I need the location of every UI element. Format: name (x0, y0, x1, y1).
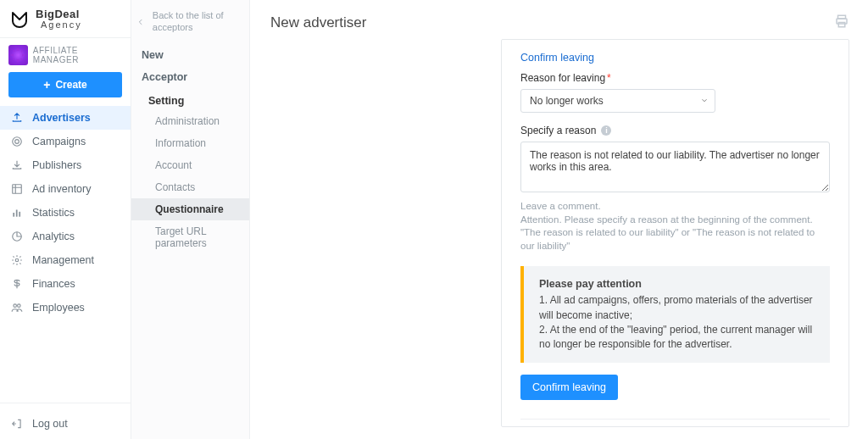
back-link[interactable]: Back to the list of acceptors (131, 10, 249, 44)
callout-line-2: 2. At the end of the "leaving" period, t… (539, 323, 818, 353)
subnav-item-administration[interactable]: Administration (148, 110, 249, 132)
svg-marker-0 (17, 47, 20, 52)
svg-point-17 (18, 304, 20, 308)
svg-rect-13 (19, 212, 20, 217)
subnav-item-account[interactable]: Account (148, 154, 249, 176)
nav-item-publishers[interactable]: Publishers (0, 153, 131, 177)
nav-item-finances[interactable]: Finances (0, 272, 131, 296)
subnav-setting-title: Setting (131, 88, 249, 108)
svg-point-15 (15, 258, 19, 262)
nav-label: Log out (32, 418, 68, 430)
nav-label: Statistics (32, 207, 75, 219)
nav-label: Analytics (32, 231, 75, 242)
nav-label: Advertisers (32, 112, 91, 124)
brand-line1: BigDeal (36, 8, 82, 20)
role-row: AFFILIATE MANAGER (0, 45, 131, 72)
subnav-group-acceptor: Acceptor (131, 66, 249, 88)
people-icon (10, 301, 24, 314)
target-url-section-toggle[interactable]: Target URL parameters (520, 419, 830, 427)
reason-label: Reason for leaving* (520, 72, 830, 84)
callout-line-1: 1. All ad campaigns, offers, promo mater… (539, 293, 818, 323)
back-label: Back to the list of acceptors (153, 10, 241, 34)
svg-point-9 (15, 140, 19, 144)
create-button[interactable]: + Create (8, 72, 122, 97)
svg-rect-10 (13, 185, 22, 194)
reason-textarea[interactable] (520, 142, 830, 192)
nav-label: Ad inventory (32, 183, 91, 195)
pie-icon (10, 230, 24, 243)
nav-label: Campaigns (32, 136, 86, 147)
grid-icon (10, 182, 24, 196)
nav-label: Publishers (32, 159, 81, 171)
subnav-item-contacts[interactable]: Contacts (148, 176, 249, 198)
svg-rect-12 (16, 210, 18, 217)
nav-item-ad-inventory[interactable]: Ad inventory (0, 177, 131, 201)
download-icon (10, 158, 24, 172)
main: New advertiser Confirm leaving Reason fo… (250, 0, 868, 439)
confirm-leaving-button[interactable]: Confirm leaving (520, 375, 618, 400)
svg-marker-1 (22, 53, 26, 57)
nav-item-logout[interactable]: Log out (0, 412, 131, 436)
dollar-icon (10, 277, 24, 291)
logout-icon (10, 417, 24, 431)
nav-item-campaigns[interactable]: Campaigns (0, 130, 131, 153)
sidebar: BigDeal Agency AFFILIATE MANAGER + Creat… (0, 0, 131, 439)
logo-mark-icon (8, 8, 31, 31)
subnav-item-target-url[interactable]: Target URL parameters (148, 220, 249, 254)
nav-item-management[interactable]: Management (0, 248, 131, 272)
callout-title: Please pay attention (539, 276, 818, 292)
confirm-leaving-title: Confirm leaving (520, 52, 830, 64)
subnav-item-questionnaire[interactable]: Questionnaire (131, 198, 249, 220)
reason-select[interactable]: No longer works (520, 89, 715, 113)
svg-point-8 (13, 137, 22, 147)
subnav-list: Administration Information Account Conta… (131, 110, 249, 254)
nav-label: Employees (32, 302, 85, 314)
avatar (8, 45, 28, 65)
info-icon[interactable]: i (601, 125, 611, 136)
svg-point-16 (14, 304, 16, 308)
svg-marker-4 (21, 50, 24, 53)
bars-icon (10, 206, 24, 220)
nav-item-employees[interactable]: Employees (0, 296, 131, 320)
plus-icon: + (43, 79, 50, 91)
chevron-left-icon (136, 16, 146, 28)
required-mark: * (607, 72, 611, 84)
upload-icon (10, 111, 24, 125)
brand-line2: Agency (36, 20, 82, 31)
svg-marker-3 (10, 53, 14, 57)
nav-item-advertisers[interactable]: Advertisers (0, 106, 131, 130)
gear-icon (10, 253, 24, 267)
svg-marker-5 (20, 58, 24, 61)
nav-item-statistics[interactable]: Statistics (0, 201, 131, 225)
hint-text: Leave a comment. Attention. Please speci… (520, 200, 830, 253)
nav-label: Management (32, 254, 94, 266)
nav-item-analytics[interactable]: Analytics (0, 225, 131, 248)
page-title: New advertiser (270, 14, 366, 31)
svg-rect-11 (13, 213, 14, 217)
subnav: Back to the list of acceptors New Accept… (131, 0, 250, 439)
print-icon[interactable] (834, 14, 849, 31)
svg-marker-6 (13, 58, 15, 61)
target-icon (10, 135, 24, 148)
nav: Advertisers Campaigns Publishers Ad inve… (0, 106, 131, 320)
specify-label: Specify a reason (520, 125, 596, 136)
subnav-item-information[interactable]: Information (148, 132, 249, 154)
role-label: AFFILIATE MANAGER (33, 46, 122, 64)
attention-callout: Please pay attention 1. All ad campaigns… (520, 266, 830, 363)
nav-label: Finances (32, 278, 75, 290)
svg-marker-2 (17, 59, 20, 64)
subnav-group-new: New (131, 44, 249, 66)
logo[interactable]: BigDeal Agency (0, 0, 131, 37)
svg-marker-7 (13, 50, 16, 53)
create-label: Create (55, 79, 86, 91)
